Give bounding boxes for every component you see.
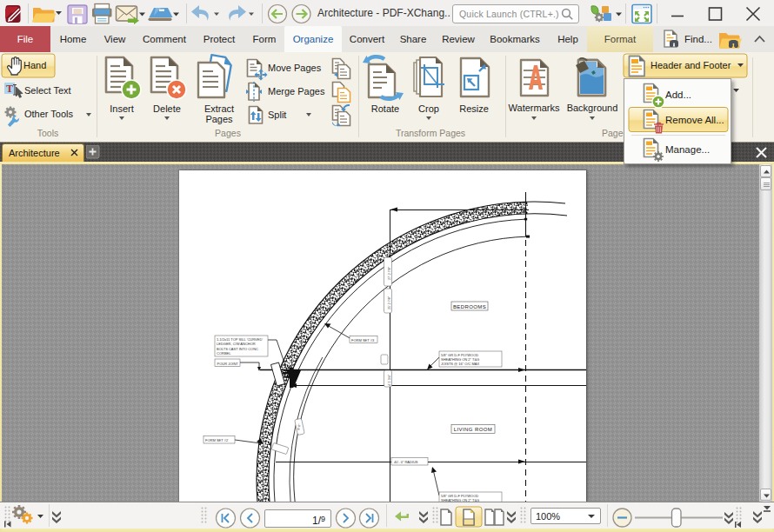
svg-text:T: T bbox=[6, 83, 13, 95]
svg-text:4'-1 3/4": 4'-1 3/4" bbox=[388, 374, 391, 386]
svg-text:POUR JOINT: POUR JOINT bbox=[217, 362, 239, 366]
svg-text:40'- 0" RADIUS: 40'- 0" RADIUS bbox=[394, 460, 418, 464]
svg-text:LEDGER, C/W ANCHOR: LEDGER, C/W ANCHOR bbox=[217, 342, 256, 346]
svg-text:FORM SET #2: FORM SET #2 bbox=[205, 438, 229, 442]
svg-text:25'-2 7/8": 25'-2 7/8" bbox=[388, 296, 391, 309]
svg-text:FORM SET #3: FORM SET #3 bbox=[351, 338, 375, 342]
svg-text:JOISTS @ 16" O/C MAX: JOISTS @ 16" O/C MAX bbox=[441, 362, 479, 366]
svg-text:LIVING ROOM: LIVING ROOM bbox=[454, 427, 492, 432]
svg-text:BOLTS CAST INTO CONC: BOLTS CAST INTO CONC bbox=[217, 347, 258, 351]
svg-text:27'-2 7/8": 27'-2 7/8" bbox=[388, 266, 391, 280]
svg-text:CORBEL: CORBEL bbox=[217, 351, 231, 356]
svg-text:1-1/2x11 TOP SILL 'CURVED': 1-1/2x11 TOP SILL 'CURVED' bbox=[217, 337, 263, 342]
svg-text:BEDROOMS: BEDROOMS bbox=[453, 304, 486, 309]
